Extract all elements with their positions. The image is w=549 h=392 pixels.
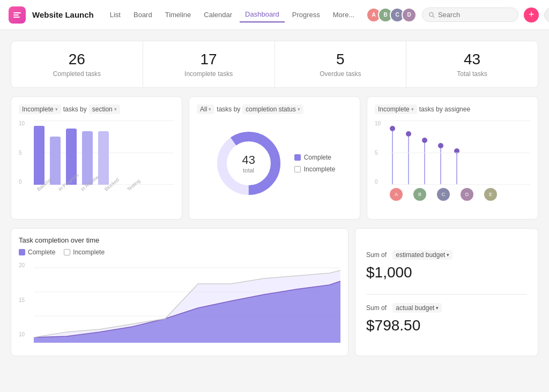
stat-overdue-number: 5 xyxy=(286,51,396,68)
donut-legend: Complete Incomplete xyxy=(294,154,336,173)
nav-calendar[interactable]: Calendar xyxy=(198,7,238,22)
nav-timeline[interactable]: Timeline xyxy=(160,7,197,22)
lollipop-filter[interactable]: Incomplete ▾ xyxy=(375,104,417,114)
nav-more[interactable]: More... xyxy=(328,7,360,22)
area-legend-complete-box xyxy=(19,249,25,255)
assignee-avatar-1: A xyxy=(390,188,403,201)
legend-complete-box xyxy=(294,154,301,161)
main-content: 26 Completed tasks 17 Incomplete tasks 5… xyxy=(0,30,549,392)
donut-chart-card: All ▾ tasks by completion status ▾ 43 xyxy=(189,96,360,220)
assignee-avatar-2: B xyxy=(413,188,426,201)
svg-rect-2 xyxy=(13,17,20,18)
stat-completed-label: Completed tasks xyxy=(22,70,132,78)
donut-wrapper: 43 total Complete Incomplete xyxy=(197,120,352,206)
actual-budget-filter[interactable]: actual budget ▾ xyxy=(392,303,442,313)
area-chart-svg-wrapper: 20 15 10 xyxy=(19,262,340,348)
stat-incomplete: 17 Incomplete tasks xyxy=(143,41,275,87)
area-legend-incomplete: Incomplete xyxy=(64,248,105,256)
add-button[interactable]: + xyxy=(524,7,539,22)
nav-board[interactable]: Board xyxy=(128,7,158,22)
search-input[interactable] xyxy=(438,11,511,19)
estimated-budget-section: Sum of estimated budget ▾ $1,000 xyxy=(366,242,527,290)
bar-filter-section[interactable]: section ▾ xyxy=(89,104,120,114)
stat-total-label: Total tasks xyxy=(417,70,527,78)
help-button[interactable]: ? xyxy=(544,7,549,22)
area-chart-card: Task completion over time Complete Incom… xyxy=(11,228,348,356)
svg-rect-0 xyxy=(13,12,21,13)
chevron-down-icon: ▾ xyxy=(436,305,439,311)
search-bar[interactable] xyxy=(422,7,518,22)
stat-incomplete-number: 17 xyxy=(154,51,264,68)
budget-card: Sum of estimated budget ▾ $1,000 Sum of … xyxy=(355,228,538,356)
svg-point-3 xyxy=(429,12,433,16)
assignee-avatar-3: C xyxy=(437,188,450,201)
stats-row: 26 Completed tasks 17 Incomplete tasks 5… xyxy=(11,41,538,88)
header: Website Launch List Board Timeline Calen… xyxy=(0,0,549,30)
bar-backlog xyxy=(34,126,44,185)
lollipop-avatars: A B C D E xyxy=(390,188,530,201)
assignee-avatar-4: D xyxy=(461,188,473,201)
assignee-avatar-5: E xyxy=(484,188,497,201)
lollipop-chart-card: Incomplete ▾ tasks by assignee 10 5 0 xyxy=(367,96,538,220)
legend-incomplete-box xyxy=(294,166,301,172)
legend-complete: Complete xyxy=(294,154,336,161)
donut-chart-header: All ▾ tasks by completion status ▾ xyxy=(197,104,352,114)
bar-chart-header: Incomplete ▾ tasks by section ▾ xyxy=(19,104,174,114)
stat-overdue: 5 Overdue tasks xyxy=(275,41,407,87)
charts-row: Incomplete ▾ tasks by section ▾ 10 5 0 xyxy=(11,96,538,220)
bottom-row: Task completion over time Complete Incom… xyxy=(11,228,538,356)
stat-overdue-label: Overdue tasks xyxy=(286,70,396,78)
app-icon xyxy=(9,6,26,24)
donut-filter-all[interactable]: All ▾ xyxy=(197,104,214,114)
bar-blocked xyxy=(82,131,93,185)
nav-list[interactable]: List xyxy=(105,7,126,22)
area-chart-legend: Complete Incomplete xyxy=(19,248,340,256)
lollipop-chart: 10 5 0 xyxy=(375,120,530,206)
chevron-down-icon: ▾ xyxy=(298,107,300,112)
chevron-down-icon: ▾ xyxy=(411,107,414,112)
actual-budget-section: Sum of actual budget ▾ $798.50 xyxy=(366,294,527,343)
lollipop-chart-header: Incomplete ▾ tasks by assignee xyxy=(375,104,530,114)
chevron-down-icon: ▾ xyxy=(55,107,58,112)
header-right: A B C D + ? Me xyxy=(366,7,549,22)
bar-filter-incomplete[interactable]: Incomplete ▾ xyxy=(19,104,61,114)
nav-dashboard[interactable]: Dashboard xyxy=(240,7,285,22)
area-chart-title: Task completion over time xyxy=(19,236,340,244)
actual-budget-amount: $798.50 xyxy=(366,317,527,334)
donut-filter-status[interactable]: completion status ▾ xyxy=(242,104,303,114)
search-icon xyxy=(429,12,435,18)
area-legend-complete: Complete xyxy=(19,248,55,256)
main-nav: List Board Timeline Calendar Dashboard P… xyxy=(105,7,360,22)
bar-testing xyxy=(98,131,109,185)
bar-backlog-fill xyxy=(34,126,44,185)
nav-progress[interactable]: Progress xyxy=(287,7,325,22)
chevron-down-icon: ▾ xyxy=(209,107,211,112)
bar-in-progress xyxy=(50,137,61,185)
bar-chart: 10 5 0 xyxy=(19,120,174,212)
bar-chart-card: Incomplete ▾ tasks by section ▾ 10 5 0 xyxy=(11,96,182,220)
project-title: Website Launch xyxy=(32,10,94,19)
chevron-down-icon: ▾ xyxy=(114,107,117,112)
stat-completed: 26 Completed tasks xyxy=(11,41,143,87)
area-chart-svg xyxy=(34,262,340,345)
stat-completed-number: 26 xyxy=(22,51,132,68)
actual-budget-label: Sum of actual budget ▾ xyxy=(366,303,527,313)
avatar-4: D xyxy=(402,7,417,22)
donut-label: 43 total xyxy=(242,153,255,174)
team-avatars: A B C D xyxy=(366,7,417,22)
stat-incomplete-label: Incomplete tasks xyxy=(154,70,264,78)
estimated-budget-filter[interactable]: estimated budget ▾ xyxy=(392,250,452,260)
svg-rect-1 xyxy=(13,14,19,16)
svg-line-4 xyxy=(433,16,434,17)
stat-total: 43 Total tasks xyxy=(406,41,538,87)
area-legend-incomplete-box xyxy=(64,249,70,255)
donut-chart: 43 total xyxy=(214,129,284,198)
estimated-budget-label: Sum of estimated budget ▾ xyxy=(366,250,527,260)
stat-total-number: 43 xyxy=(417,51,527,68)
estimated-budget-amount: $1,000 xyxy=(366,264,527,281)
legend-incomplete: Incomplete xyxy=(294,165,336,173)
chevron-down-icon: ▾ xyxy=(447,252,449,258)
